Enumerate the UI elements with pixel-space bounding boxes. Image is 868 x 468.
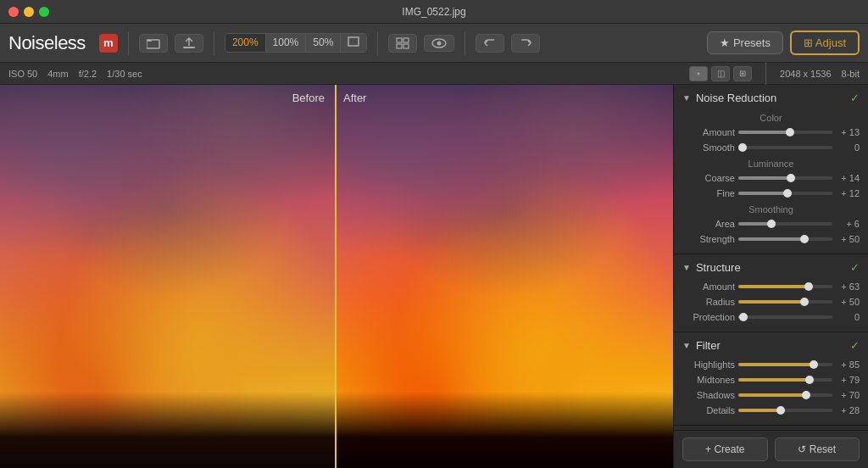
structure-header[interactable]: ▼ Structure ✓ [674,254,868,279]
highlights-thumb[interactable] [810,360,818,369]
color-amount-value: + 13 [836,127,860,137]
app-name: Noiseless [8,32,86,54]
shadows-thumb[interactable] [802,391,810,399]
coarse-fill [738,176,791,180]
create-button[interactable]: + Create [682,437,768,461]
strength-fill [738,237,804,241]
structure-arrow-icon: ▼ [682,263,691,272]
area-thumb[interactable] [767,220,776,228]
view-single[interactable]: ▪ [689,66,708,81]
silhouette-layer-after [337,392,673,468]
fine-track[interactable] [738,192,832,195]
coarse-track[interactable] [738,176,832,180]
view-side[interactable]: ⊞ [733,66,752,81]
view-toggle[interactable]: ▪ ◫ ⊞ [689,66,752,81]
before-panel: Before [0,85,337,468]
color-label: Color [674,113,868,123]
color-smooth-thumb[interactable] [738,143,747,152]
filter-section: ▼ Filter ✓ Highlights + 85 Midtones + 79 [674,332,868,426]
color-amount-track[interactable] [738,131,832,134]
separator-4 [465,31,465,55]
after-panel: After [337,85,673,468]
details-value: + 28 [836,405,860,415]
area-track[interactable] [738,222,832,226]
midtones-track[interactable] [738,378,832,382]
protection-track[interactable] [738,315,832,319]
zoom-fit[interactable] [341,34,366,52]
fine-fill [738,192,787,195]
separator-2 [214,31,214,55]
protection-label: Protection [682,312,735,322]
redo-button[interactable] [511,34,540,53]
coarse-row: Coarse + 14 [674,170,868,186]
export-button[interactable] [175,34,203,53]
svg-rect-1 [183,47,195,48]
open-button[interactable] [139,34,168,53]
filter-check[interactable]: ✓ [850,339,860,352]
cloud-layer-after [337,85,673,334]
shadows-fill [738,393,806,397]
noise-reduction-header[interactable]: ▼ Noise Reduction ✓ [674,85,868,109]
details-track[interactable] [738,409,832,412]
close-button[interactable] [8,7,19,17]
strength-track[interactable] [738,237,832,241]
details-fill [738,409,781,412]
midtones-thumb[interactable] [805,376,814,384]
grid-view-button[interactable] [388,34,417,53]
minimize-button[interactable] [24,7,34,17]
zoom-50[interactable]: 50% [306,34,341,52]
adjust-button[interactable]: ⊞ Adjust [790,31,860,55]
strength-label: Strength [682,234,735,244]
svg-rect-5 [397,44,402,48]
fine-thumb[interactable] [783,189,792,198]
struct-amount-thumb[interactable] [804,282,813,291]
smoothing-label: Smoothing [674,204,868,214]
view-split[interactable]: ◫ [711,66,730,81]
color-amount-thumb[interactable] [786,128,794,136]
filter-header[interactable]: ▼ Filter ✓ [674,332,868,357]
radius-track[interactable] [738,300,832,304]
coarse-value: + 14 [836,173,860,183]
right-panel: ▼ Noise Reduction ✓ Color Amount + 13 Sm… [673,85,868,468]
radius-thumb[interactable] [800,298,809,306]
window-controls[interactable] [8,7,49,17]
details-row: Details + 28 [674,403,868,418]
protection-thumb[interactable] [739,313,748,321]
zoom-200[interactable]: 200% [225,34,266,52]
noise-reduction-title: Noise Reduction [696,92,850,104]
cloud-layer [0,85,335,334]
main-toolbar: Noiseless m 200% 100% 50% ★ Presets ⊞ Ad… [0,24,868,63]
presets-button[interactable]: ★ Presets [707,31,783,54]
bottom-bar: + Create ↺ Reset [674,430,868,468]
protection-row: Protection 0 [674,309,868,325]
structure-check[interactable]: ✓ [850,261,860,274]
content-area: Before After ▼ Noise Reduction ✓ Color A… [0,85,868,468]
radius-label: Radius [682,297,735,307]
color-smooth-row: Smooth 0 [674,140,868,155]
coarse-thumb[interactable] [787,174,795,182]
highlights-track[interactable] [738,363,832,366]
details-thumb[interactable] [776,406,785,415]
strength-thumb[interactable] [800,235,809,243]
struct-amount-track[interactable] [738,285,832,288]
maximize-button[interactable] [39,7,49,17]
zoom-controls[interactable]: 200% 100% 50% [225,33,367,53]
noise-reduction-check[interactable]: ✓ [850,92,860,104]
undo-button[interactable] [476,34,504,53]
shadows-track[interactable] [738,393,832,397]
reset-button[interactable]: ↺ Reset [775,437,860,461]
struct-amount-value: + 63 [836,281,860,292]
svg-rect-6 [403,44,409,48]
silhouette-layer [0,392,335,468]
shutter-speed: 1/30 sec [107,69,142,79]
highlights-fill [738,363,814,366]
zoom-100[interactable]: 100% [266,34,307,52]
radius-fill [738,300,804,304]
svg-rect-2 [348,37,359,46]
m-badge[interactable]: m [99,34,118,53]
preview-button[interactable] [424,35,454,52]
color-smooth-track[interactable] [738,146,832,149]
midtones-row: Midtones + 79 [674,372,868,387]
after-image [337,85,673,468]
shadows-row: Shadows + 70 [674,387,868,403]
